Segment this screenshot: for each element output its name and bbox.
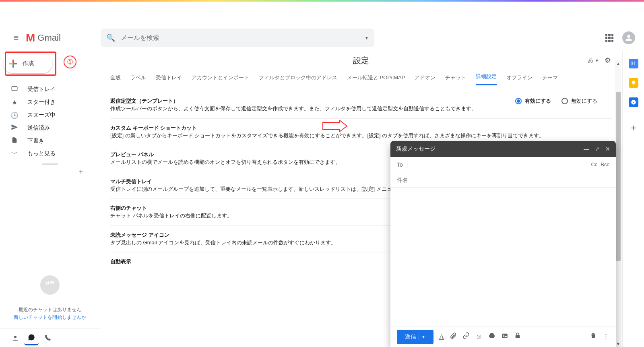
annotation-number: ① xyxy=(64,56,76,68)
plus-icon xyxy=(9,60,17,68)
formatting-icon[interactable]: A xyxy=(439,333,444,341)
star-icon: ★ xyxy=(10,99,19,106)
compose-to-row[interactable]: To Cc Bcc xyxy=(390,157,616,172)
tab-アドオン[interactable]: アドオン xyxy=(415,74,436,85)
tab-フィルタとブロック中のアドレス[interactable]: フィルタとブロック中のアドレス xyxy=(259,74,337,85)
send-options-caret-icon[interactable]: ▼ xyxy=(421,335,425,339)
more-options-icon[interactable]: ⋮ xyxy=(603,333,609,341)
add-label-button[interactable]: ＋ xyxy=(0,167,100,176)
sidebar-item-snoozed[interactable]: 🕓 スヌーズ中 xyxy=(0,109,100,122)
send-button[interactable]: 送信 ▼ xyxy=(397,330,433,344)
compose-title: 新規メッセージ xyxy=(396,145,578,153)
draft-icon xyxy=(10,136,19,145)
tab-全般[interactable]: 全般 xyxy=(110,74,121,85)
sidebar-item-label: もっと見る xyxy=(27,150,56,157)
content-scrollbar[interactable]: ▲ ▼ xyxy=(615,60,621,347)
hangouts-empty-text: 最近のチャットはありません xyxy=(0,306,100,314)
sidebar-resize-handle[interactable] xyxy=(42,163,58,165)
bcc-link[interactable]: Bcc xyxy=(601,161,609,167)
to-label: To xyxy=(397,161,403,168)
compose-label: 作成 xyxy=(23,60,34,67)
tab-メール転送と POP/IMAP[interactable]: メール転送と POP/IMAP xyxy=(347,74,405,85)
tab-詳細設定[interactable]: 詳細設定 xyxy=(476,73,497,85)
scroll-thumb[interactable] xyxy=(616,92,621,261)
subject-input[interactable] xyxy=(397,177,609,183)
confidential-icon[interactable] xyxy=(514,332,521,341)
link-icon[interactable] xyxy=(462,332,470,341)
minimize-icon[interactable]: — xyxy=(584,146,589,152)
sidebar-item-inbox[interactable]: 受信トレイ xyxy=(0,83,100,96)
browser-chrome-placeholder xyxy=(0,0,644,25)
scroll-down-icon[interactable]: ▼ xyxy=(615,341,621,346)
radio-disable[interactable]: 無効にする xyxy=(561,97,597,105)
search-options-dropdown-icon[interactable]: ▼ xyxy=(365,36,369,40)
hangouts-panel: ❝❞ 最近のチャットはありません 新しいチャットを開始しませんか xyxy=(0,275,100,321)
photo-icon[interactable] xyxy=(501,332,508,341)
sidebar-item-more[interactable]: ﹀ もっと見る xyxy=(0,147,100,160)
gmail-logo[interactable]: M Gmail xyxy=(26,31,61,44)
sidebar-item-starred[interactable]: ★ スター付き xyxy=(0,96,100,109)
compose-window: 新規メッセージ — ⤢ ✕ To Cc Bcc 送信 ▼ A ☺ xyxy=(390,141,616,347)
radio-enable[interactable]: 有効にする xyxy=(515,97,551,105)
google-apps-icon[interactable] xyxy=(605,34,613,42)
tab-テーマ[interactable]: テーマ xyxy=(542,74,558,85)
tasks-addon-icon[interactable] xyxy=(629,97,638,107)
sidebar-nav: 受信トレイ ★ スター付き 🕓 スヌーズ中 送信済み 下書き xyxy=(0,83,100,160)
tab-ラベル[interactable]: ラベル xyxy=(130,74,146,85)
sidebar-item-label: 受信トレイ xyxy=(27,86,56,93)
attach-icon[interactable] xyxy=(450,332,457,341)
search-icon[interactable]: 🔍 xyxy=(106,33,115,42)
search-bar[interactable]: 🔍 ▼ xyxy=(101,29,374,47)
fullscreen-icon[interactable]: ⤢ xyxy=(595,146,600,152)
hangouts-phone-tab[interactable] xyxy=(40,331,55,345)
cc-link[interactable]: Cc xyxy=(591,161,597,167)
svg-point-4 xyxy=(503,335,504,336)
setting-desc: [設定] の新しいタブからキーボード ショートカットをカスタマイズできる機能を有… xyxy=(110,132,612,140)
tab-受信トレイ[interactable]: 受信トレイ xyxy=(156,74,182,85)
side-panel: 31 ＋ xyxy=(622,51,644,347)
close-icon[interactable]: ✕ xyxy=(605,146,610,152)
account-avatar[interactable] xyxy=(622,31,635,44)
sidebar-item-label: スヌーズ中 xyxy=(27,112,56,119)
inbox-icon xyxy=(10,85,19,94)
chevron-down-icon: ﹀ xyxy=(10,150,19,158)
setting-title: 返信定型文（テンプレート） xyxy=(110,97,507,105)
search-input[interactable] xyxy=(121,34,365,41)
drive-icon[interactable] xyxy=(488,332,495,341)
compose-subject-row[interactable] xyxy=(390,172,616,188)
gear-icon[interactable]: ⚙ xyxy=(605,56,611,65)
keep-addon-icon[interactable] xyxy=(629,78,638,88)
tab-アカウントとインポート[interactable]: アカウントとインポート xyxy=(192,74,249,85)
tab-オフライン[interactable]: オフライン xyxy=(506,74,533,85)
gmail-logo-text: Gmail xyxy=(37,33,60,43)
setting-title: カスタム キーボード ショートカット xyxy=(110,124,612,132)
setting-desc: 作成ツールバーのボタンから、よく使う文面を保存して返信定型文を作成できます。また… xyxy=(110,105,507,113)
sidebar-item-drafts[interactable]: 下書き xyxy=(0,134,100,147)
main-menu-icon[interactable]: ≡ xyxy=(6,28,26,48)
compose-body[interactable] xyxy=(390,188,616,326)
hangouts-chat-tab[interactable] xyxy=(24,331,39,345)
compose-toolbar: 送信 ▼ A ☺ ⋮ xyxy=(390,326,616,347)
input-method-selector[interactable]: あ ▼ xyxy=(588,57,599,64)
chevron-down-icon: ▼ xyxy=(595,58,599,63)
sidebar-item-sent[interactable]: 送信済み xyxy=(0,122,100,134)
emoji-icon[interactable]: ☺ xyxy=(475,333,482,341)
calendar-addon-icon[interactable]: 31 xyxy=(629,59,638,68)
tab-チャット[interactable]: チャット xyxy=(445,74,466,85)
get-addons-icon[interactable]: ＋ xyxy=(629,122,638,134)
hangouts-contacts-tab[interactable] xyxy=(8,331,23,345)
compose-header[interactable]: 新規メッセージ — ⤢ ✕ xyxy=(390,141,616,157)
settings-tabs: 全般ラベル受信トレイアカウントとインポートフィルタとブロック中のアドレスメール転… xyxy=(103,70,619,85)
sidebar-item-label: 送信済み xyxy=(27,124,50,132)
discard-icon[interactable] xyxy=(590,332,597,341)
to-input[interactable] xyxy=(407,161,591,168)
compose-button[interactable]: 作成 xyxy=(3,54,52,73)
sidebar-item-label: スター付き xyxy=(27,99,56,106)
settings-title: 設定 xyxy=(103,55,619,66)
sidebar-item-label: 下書き xyxy=(27,137,44,145)
sidebar: 作成 ① 受信トレイ ★ スター付き 🕓 スヌーズ中 xyxy=(0,51,100,347)
hangouts-start-link[interactable]: 新しいチャットを開始しませんか xyxy=(0,314,100,321)
svg-rect-5 xyxy=(515,335,520,339)
scroll-up-icon[interactable]: ▲ xyxy=(615,61,621,66)
svg-point-1 xyxy=(14,336,17,338)
